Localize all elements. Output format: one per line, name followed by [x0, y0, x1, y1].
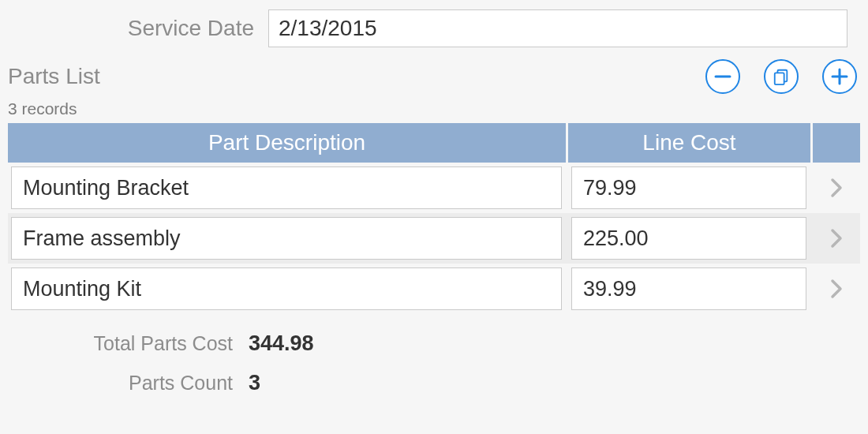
duplicate-icon — [773, 68, 790, 85]
chevron-right-icon — [830, 178, 843, 198]
table-row[interactable] — [8, 264, 860, 314]
minus-icon — [713, 67, 732, 86]
service-date-input[interactable] — [268, 9, 847, 47]
remove-row-button[interactable] — [705, 59, 740, 94]
table-row[interactable] — [8, 163, 860, 213]
add-row-button[interactable] — [822, 59, 857, 94]
column-header-cost: Line Cost — [568, 123, 813, 163]
parts-list-title: Parts List — [8, 64, 705, 89]
table-row[interactable] — [8, 213, 860, 264]
table-header-row: Part Description Line Cost — [8, 123, 860, 163]
svg-rect-2 — [775, 73, 784, 84]
part-description-input[interactable] — [11, 166, 562, 209]
records-count-label: 3 records — [0, 96, 868, 123]
parts-count-label: Parts Count — [8, 372, 249, 395]
parts-table: Part Description Line Cost — [8, 123, 860, 314]
service-date-label: Service Date — [8, 16, 268, 41]
row-detail-button[interactable] — [813, 217, 860, 260]
line-cost-input[interactable] — [571, 166, 806, 209]
column-header-action — [813, 123, 860, 163]
row-detail-button[interactable] — [813, 166, 860, 209]
line-cost-input[interactable] — [571, 217, 806, 260]
row-detail-button[interactable] — [813, 268, 860, 310]
total-parts-cost-value: 344.98 — [249, 331, 314, 356]
chevron-right-icon — [830, 279, 843, 299]
part-description-input[interactable] — [11, 217, 562, 260]
duplicate-row-button[interactable] — [764, 59, 799, 94]
chevron-right-icon — [830, 228, 843, 249]
parts-count-value: 3 — [249, 371, 260, 395]
column-header-description: Part Description — [8, 123, 568, 163]
plus-icon — [830, 67, 849, 86]
total-parts-cost-label: Total Parts Cost — [8, 332, 249, 355]
part-description-input[interactable] — [11, 268, 562, 310]
line-cost-input[interactable] — [571, 268, 806, 310]
